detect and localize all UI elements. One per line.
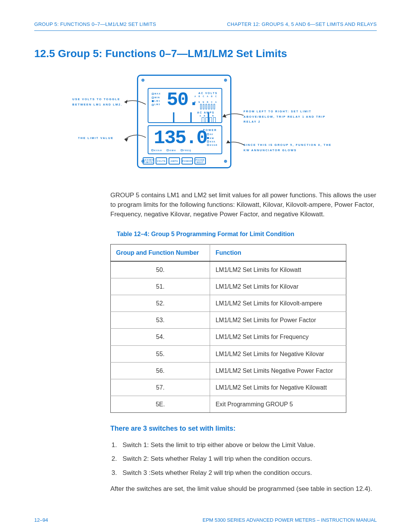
table-row: 57.LM1/LM2 Set Limits for Negative Kilow…: [111, 379, 346, 396]
page-header: GROUP 5: FUNCTIONS 0–7—LM1/LM2 SET LIMIT…: [34, 21, 377, 28]
screw-icon: ⊕: [224, 77, 227, 83]
power-kvar: KVAR: [210, 144, 218, 146]
table-row: 50.LM1/LM2 Set Limits for Kilowatt: [111, 261, 346, 278]
footer-left: 12–94: [34, 517, 48, 524]
btn-amps: AMPS: [169, 157, 180, 165]
switches-list: Switch 1: Sets the limit to trip either …: [119, 441, 377, 478]
btn-phase-next: PHASENEXT: [194, 157, 206, 165]
lower-display: POWER 135.0 PF KW KVA KVAR KVAH KWH FREQ: [148, 125, 222, 154]
led-min: MIN: [155, 96, 160, 99]
meter-figure: USE VOLTS TO TOGGLE BETWEEN LM1 AND LM2.…: [72, 75, 339, 177]
ac-volts-sub1: A B C A B C: [194, 95, 218, 98]
amp-indicator-bars: [202, 117, 216, 123]
power-kva: KVA: [210, 141, 215, 143]
callout-volts-toggle: USE VOLTS TO TOGGLE BETWEEN LM1 AND LM2.: [72, 97, 129, 107]
list-item: Switch 1: Sets the limit to trip either …: [119, 441, 377, 450]
power-items: PF KW KVA KVAR: [207, 133, 218, 147]
ac-volts-label: AC VOLTS: [198, 91, 218, 95]
header-rule: [34, 30, 377, 31]
upper-display: MAX MIN LM1 LM2 50. AC VOLTS A B C A B C…: [148, 88, 222, 123]
table-row: 54.LM1/LM2 Set Limits for Frequency: [111, 329, 346, 345]
page-footer: 12–94 EPM 5300 SERIES ADVANCED POWER MET…: [34, 517, 377, 524]
table-row: 5E.Exit Programming GROUP 5: [111, 396, 346, 413]
power-pf: PF: [210, 133, 213, 136]
btn-volts: VOLTS: [156, 157, 167, 165]
section-title: 12.5 Group 5: Functions 0–7—LM1/LM2 Set …: [34, 46, 377, 62]
figure-wrapper: USE VOLTS TO TOGGLE BETWEEN LM1 AND LM2.…: [34, 75, 377, 177]
table-row: 53.LM1/LM2 Set Limits for Power Factor: [111, 312, 346, 329]
led-lm1: LM1: [155, 100, 161, 102]
header-right: CHAPTER 12: GROUPS 4, 5 AND 6—SET LIMITS…: [227, 21, 377, 28]
kvah-label: KVAH: [154, 149, 162, 152]
table-caption: Table 12–4: Group 5 Programming Format f…: [34, 230, 377, 238]
list-item: Switch 2: Sets whether Relay 1 will trip…: [119, 454, 377, 464]
screw-icon: ⊕: [141, 77, 145, 83]
switches-heading: There are 3 switches to set with limits:: [110, 423, 377, 433]
table-row: 55.LM1/LM2 Set Limits for Negative Kilov…: [111, 345, 346, 362]
limits-table: Group and Function Number Function 50.LM…: [110, 244, 346, 413]
header-left: GROUP 5: FUNCTIONS 0–7—LM1/LM2 SET LIMIT…: [34, 21, 156, 28]
led-lm2: LM2: [155, 103, 161, 105]
callout-kw-annunciator: SINCE THIS IS GROUP 5, FUNCTION 0, THE K…: [244, 142, 339, 153]
screw-icon: ⊕: [224, 158, 227, 165]
freq-label: FREQ: [183, 149, 191, 152]
btn-maxmin-limits: MAX/MINLIMITS: [143, 157, 154, 165]
meter-device: ⊕ ⊕ ⊕ ⊕ MAX MIN LM1 LM2 50. AC VOLTS A B…: [137, 75, 231, 168]
volt-bars: [200, 104, 215, 109]
table-row: 56.LM1/LM2 Set Limits Negative Power Fac…: [111, 362, 346, 379]
btn-power: POWER: [182, 157, 193, 165]
power-kw: KW: [210, 137, 214, 139]
kwh-label: KWH: [169, 149, 176, 152]
callout-set-limit: FROM LEFT TO RIGHT: SET LIMIT ABOVE/BELO…: [244, 109, 339, 125]
list-item: Switch 3 :Sets whether Relay 2 will trip…: [119, 468, 377, 478]
th-group-function: Group and Function Number: [111, 244, 210, 261]
th-function: Function: [210, 244, 346, 261]
intro-paragraph: GROUP 5 contains LM1 and LM2 set limit v…: [110, 191, 377, 219]
button-row: MAX/MINLIMITS VOLTS AMPS POWER PHASENEXT: [143, 157, 206, 165]
led-max: MAX: [155, 93, 161, 95]
bottom-row: KVAH KWH FREQ: [151, 149, 191, 152]
table-row: 52.LM1/LM2 Set Limits for Kilovolt-amper…: [111, 295, 346, 312]
ac-volts-sub2: N N N B C A: [194, 101, 218, 104]
footer-right: EPM 5300 SERIES ADVANCED POWER METERS – …: [202, 517, 377, 524]
after-paragraph: After the switches are set, the limit va…: [110, 484, 377, 494]
display-value-2: 135.0: [154, 125, 207, 152]
led-indicators: MAX MIN LM1 LM2: [152, 92, 161, 106]
table-row: 51.LM1/LM2 Set Limits for Kilovar: [111, 278, 346, 295]
